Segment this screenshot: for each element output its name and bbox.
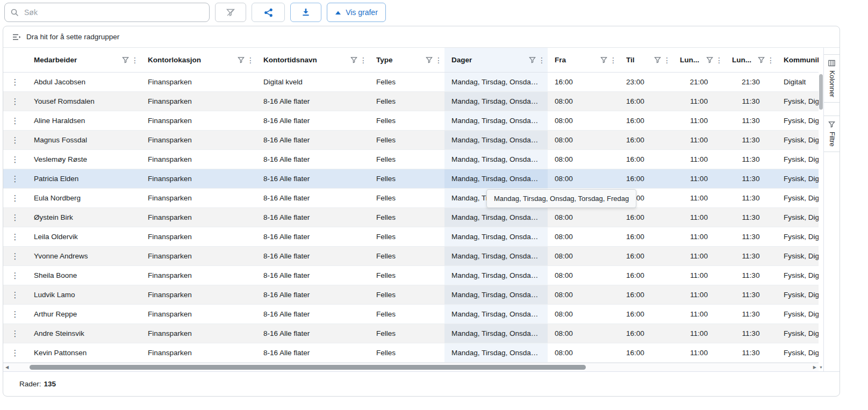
- cell-til[interactable]: 16:00: [619, 111, 673, 130]
- cell-fra[interactable]: 08:00: [548, 324, 619, 343]
- column-menu-icon[interactable]: ⋮: [435, 56, 440, 64]
- cell-kontortidsnavn[interactable]: 8-16 Alle flater: [256, 208, 369, 227]
- cell-kommunikasjon[interactable]: Fysisk, Dig: [777, 169, 819, 188]
- cell-lunsj_til[interactable]: 11:30: [725, 227, 777, 246]
- cell-lunsj_fra[interactable]: 11:00: [673, 208, 725, 227]
- cell-kontortidsnavn[interactable]: 8-16 Alle flater: [256, 266, 369, 285]
- cell-lunsj_fra[interactable]: 11:00: [673, 189, 725, 207]
- cell-kontortidsnavn[interactable]: 8-16 Alle flater: [256, 189, 369, 207]
- row-menu-button[interactable]: ⋮: [3, 169, 27, 188]
- row-menu-button[interactable]: ⋮: [3, 305, 27, 323]
- cell-fra[interactable]: 08:00: [548, 285, 619, 304]
- cell-fra[interactable]: 08:00: [548, 169, 619, 188]
- cell-lunsj_fra[interactable]: 11:00: [673, 150, 725, 169]
- column-menu-icon[interactable]: ⋮: [538, 56, 543, 64]
- cell-kontorlokasjon[interactable]: Finansparken: [141, 131, 256, 149]
- cell-dager[interactable]: Mandag, Tirsdag, Onsdag, Torsdag, Fredag: [444, 169, 548, 188]
- cell-lunsj_fra[interactable]: 11:00: [673, 227, 725, 246]
- cell-til[interactable]: 16:00: [619, 208, 673, 227]
- cell-medarbeider[interactable]: Andre Steinsvik: [27, 324, 141, 343]
- cell-kontorlokasjon[interactable]: Finansparken: [141, 266, 256, 285]
- cell-medarbeider[interactable]: Ludvik Lamo: [27, 285, 141, 304]
- cell-lunsj_til[interactable]: 11:30: [725, 208, 777, 227]
- cell-kommunikasjon[interactable]: Fysisk, Dig: [777, 208, 819, 227]
- cell-til[interactable]: 16:00: [619, 266, 673, 285]
- table-row[interactable]: ⋮Andre SteinsvikFinansparken8-16 Alle fl…: [3, 324, 819, 343]
- cell-lunsj_fra[interactable]: 11:00: [673, 247, 725, 265]
- column-menu-icon[interactable]: ⋮: [247, 56, 252, 64]
- cell-dager[interactable]: Mandag, Tirsdag, Onsdag, Torsdag, Fredag: [444, 266, 548, 285]
- cell-kontorlokasjon[interactable]: Finansparken: [141, 343, 256, 362]
- search-input[interactable]: [23, 8, 204, 17]
- filter-icon[interactable]: [758, 56, 765, 63]
- cell-medarbeider[interactable]: Arthur Reppe: [27, 305, 141, 323]
- cell-lunsj_fra[interactable]: 11:00: [673, 169, 725, 188]
- row-menu-button[interactable]: ⋮: [3, 189, 27, 207]
- row-menu-button[interactable]: ⋮: [3, 324, 27, 343]
- cell-kommunikasjon[interactable]: Fysisk, Dig: [777, 343, 819, 362]
- cell-kontortidsnavn[interactable]: 8-16 Alle flater: [256, 150, 369, 169]
- cell-lunsj_fra[interactable]: 11:00: [673, 324, 725, 343]
- cell-type[interactable]: Felles: [369, 247, 444, 265]
- cell-type[interactable]: Felles: [369, 208, 444, 227]
- cell-kontorlokasjon[interactable]: Finansparken: [141, 150, 256, 169]
- cell-dager[interactable]: Mandag, Tirsdag, Onsdag, Torsdag, Fredag: [444, 305, 548, 323]
- cell-dager[interactable]: Mandag, Tirsdag, Onsdag, Torsdag, Fredag: [444, 247, 548, 265]
- cell-lunsj_til[interactable]: 11:30: [725, 92, 777, 111]
- cell-lunsj_fra[interactable]: 11:00: [673, 285, 725, 304]
- cell-type[interactable]: Felles: [369, 343, 444, 362]
- cell-kontortidsnavn[interactable]: 8-16 Alle flater: [256, 92, 369, 111]
- cell-kontortidsnavn[interactable]: 8-16 Alle flater: [256, 305, 369, 323]
- cell-lunsj_fra[interactable]: 11:00: [673, 266, 725, 285]
- cell-kontorlokasjon[interactable]: Finansparken: [141, 92, 256, 111]
- share-button[interactable]: [252, 3, 285, 22]
- cell-kommunikasjon[interactable]: Fysisk, Dig: [777, 266, 819, 285]
- row-menu-button[interactable]: ⋮: [3, 266, 27, 285]
- row-menu-button[interactable]: ⋮: [3, 208, 27, 227]
- row-menu-button[interactable]: ⋮: [3, 131, 27, 149]
- cell-kontorlokasjon[interactable]: Finansparken: [141, 305, 256, 323]
- cell-til[interactable]: 16:00: [619, 227, 673, 246]
- cell-til[interactable]: 16:00: [619, 169, 673, 188]
- table-row[interactable]: ⋮Øystein BirkFinansparken8-16 Alle flate…: [3, 208, 819, 227]
- table-row[interactable]: ⋮Ludvik LamoFinansparken8-16 Alle flater…: [3, 285, 819, 305]
- column-header-lunsj_fra[interactable]: Lun...⋮: [673, 48, 725, 72]
- cell-kontortidsnavn[interactable]: 8-16 Alle flater: [256, 324, 369, 343]
- cell-lunsj_til[interactable]: 11:30: [725, 169, 777, 188]
- cell-kontortidsnavn[interactable]: 8-16 Alle flater: [256, 285, 369, 304]
- cell-fra[interactable]: 08:00: [548, 150, 619, 169]
- cell-kommunikasjon[interactable]: Fysisk, Dig: [777, 131, 819, 149]
- row-menu-button[interactable]: ⋮: [3, 92, 27, 111]
- cell-lunsj_til[interactable]: 11:30: [725, 111, 777, 130]
- cell-type[interactable]: Felles: [369, 227, 444, 246]
- cell-kontortidsnavn[interactable]: 8-16 Alle flater: [256, 247, 369, 265]
- cell-kontorlokasjon[interactable]: Finansparken: [141, 169, 256, 188]
- cell-medarbeider[interactable]: Yousef Romsdalen: [27, 92, 141, 111]
- cell-dager[interactable]: Mandag, Tirsdag, Onsdag, Torsdag, Fredag: [444, 343, 548, 362]
- cell-lunsj_fra[interactable]: 11:00: [673, 111, 725, 130]
- row-menu-button[interactable]: ⋮: [3, 247, 27, 265]
- cell-kommunikasjon[interactable]: Fysisk, Dig: [777, 189, 819, 207]
- cell-kommunikasjon[interactable]: Fysisk, Dig: [777, 92, 819, 111]
- cell-fra[interactable]: 08:00: [548, 227, 619, 246]
- cell-kontortidsnavn[interactable]: 8-16 Alle flater: [256, 111, 369, 130]
- cell-type[interactable]: Felles: [369, 73, 444, 91]
- cell-til[interactable]: 16:00: [619, 92, 673, 111]
- cell-fra[interactable]: 08:00: [548, 305, 619, 323]
- cell-kontorlokasjon[interactable]: Finansparken: [141, 208, 256, 227]
- cell-kommunikasjon[interactable]: Fysisk, Dig: [777, 285, 819, 304]
- cell-fra[interactable]: 08:00: [548, 266, 619, 285]
- cell-lunsj_til[interactable]: 11:30: [725, 189, 777, 207]
- scroll-left-arrow-icon[interactable]: ◀: [5, 365, 9, 370]
- vertical-scrollbar[interactable]: ▼: [819, 48, 823, 371]
- column-menu-icon[interactable]: ⋮: [131, 56, 137, 64]
- filter-icon[interactable]: [600, 56, 607, 63]
- table-row[interactable]: ⋮Veslemøy RøsteFinansparken8-16 Alle fla…: [3, 150, 819, 169]
- column-header-til[interactable]: Til⋮: [619, 48, 673, 72]
- table-row[interactable]: ⋮Yvonne AndrewsFinansparken8-16 Alle fla…: [3, 247, 819, 266]
- cell-kontortidsnavn[interactable]: Digital kveld: [256, 73, 369, 91]
- cell-type[interactable]: Felles: [369, 111, 444, 130]
- show-charts-button[interactable]: Vis grafer: [327, 3, 386, 22]
- table-row[interactable]: ⋮Magnus FossdalFinansparken8-16 Alle fla…: [3, 131, 819, 150]
- table-row[interactable]: ⋮Leila OldervikFinansparken8-16 Alle fla…: [3, 227, 819, 247]
